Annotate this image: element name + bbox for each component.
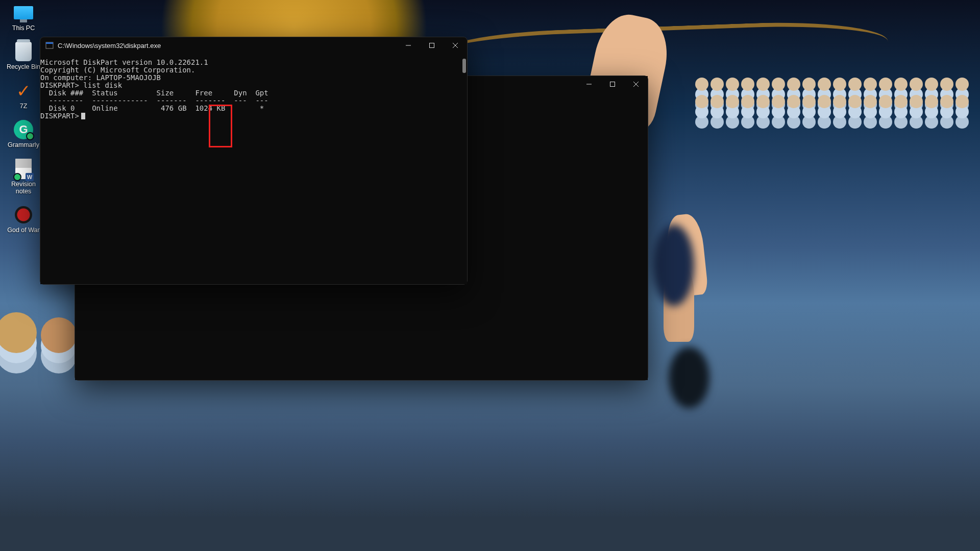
close-button[interactable]: [624, 76, 648, 92]
desktop-icon-label: Grammarly: [8, 141, 39, 148]
maximize-button[interactable]: [601, 76, 624, 92]
desktop-icon-recycle-bin[interactable]: Recycle Bin: [3, 42, 44, 70]
terminal-line: Disk ### Status Size Free Dyn Gpt: [40, 89, 467, 97]
terminal-line: Disk 0 Online 476 GB 1024 KB *: [40, 105, 467, 112]
desktop-icon-this-pc[interactable]: This PC: [3, 3, 44, 32]
desktop-icon-label: Revision notes: [11, 181, 36, 195]
maximize-button[interactable]: [420, 37, 444, 54]
minimize-button[interactable]: [577, 76, 601, 92]
window-title: C:\Windows\system32\diskpart.exe: [58, 42, 161, 49]
monitor-icon: [13, 3, 34, 22]
minimize-button[interactable]: [397, 37, 420, 54]
desktop-icon-label: 7Z: [20, 103, 28, 110]
wallpaper-phone: [669, 347, 709, 408]
desktop-icon-7z[interactable]: ✓ 7Z: [3, 81, 44, 110]
close-button[interactable]: [444, 37, 467, 54]
desktop-icon-label: Recycle Bin: [7, 63, 40, 70]
window-titlebar[interactable]: C:\Windows\system32\diskpart.exe: [40, 37, 467, 54]
cursor: [81, 113, 85, 119]
terminal-line: -------- ------------- ------- ------- -…: [40, 97, 467, 105]
grammarly-icon: G: [13, 120, 34, 139]
god-of-war-icon: [13, 205, 34, 224]
terminal-line: On computer: LAPTOP-5MAOJOJB: [40, 74, 467, 82]
scrollbar-thumb[interactable]: [462, 59, 466, 73]
console-icon: [45, 41, 54, 49]
wallpaper-crowd: [694, 77, 970, 111]
terminal-prompt: DISKPART>: [40, 112, 467, 120]
svg-rect-3: [430, 43, 434, 48]
desktop-icon-label: This PC: [12, 24, 35, 32]
desktop-icon-revision-notes[interactable]: Revision notes: [3, 159, 44, 195]
desktop-icon-god-of-war[interactable]: God of War: [3, 205, 44, 234]
recycle-bin-icon: [13, 42, 34, 61]
terminal-body[interactable]: Microsoft DiskPart version 10.0.22621.1 …: [40, 54, 467, 284]
desktop-icons: This PC Recycle Bin ✓ 7Z G Grammarly Rev…: [3, 3, 44, 244]
terminal-line: Microsoft DiskPart version 10.0.22621.1: [40, 59, 467, 66]
svg-rect-2: [46, 42, 53, 44]
wallpaper-phone: [653, 224, 694, 306]
desktop-icon-grammarly[interactable]: G Grammarly: [3, 120, 44, 148]
word-doc-icon: [13, 159, 34, 179]
terminal-line: Copyright (C) Microsoft Corporation.: [40, 66, 467, 74]
diskpart-window[interactable]: C:\Windows\system32\diskpart.exe Microso…: [40, 37, 468, 285]
checkmark-icon: ✓: [13, 81, 34, 101]
svg-rect-0: [610, 82, 615, 87]
terminal-line: DISKPART> list disk: [40, 82, 467, 89]
desktop-icon-label: God of War: [7, 227, 39, 234]
